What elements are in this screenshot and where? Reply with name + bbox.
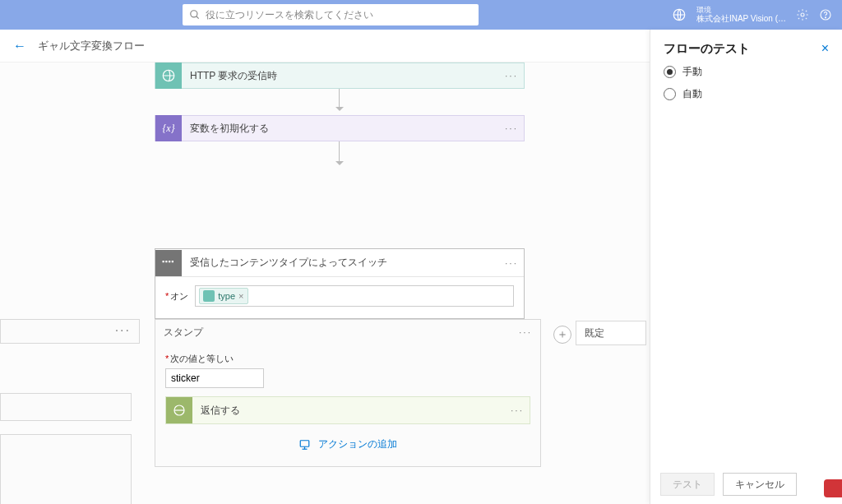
- card-http-title: HTTP 要求の受信時: [182, 69, 499, 83]
- card-http-menu[interactable]: ···: [499, 70, 524, 81]
- feedback-widget[interactable]: [824, 479, 842, 497]
- radio-auto[interactable]: 自動: [664, 87, 829, 101]
- case-left-partial-body[interactable]: [0, 434, 132, 504]
- environment-text[interactable]: 環境 株式会社INAP Vision (…: [696, 7, 786, 24]
- search-placeholder: 役に立つリソースを検索してください: [206, 8, 373, 22]
- svg-rect-8: [165, 261, 167, 262]
- add-action-icon: [298, 439, 313, 451]
- test-panel-footer: テスト キャンセル: [650, 465, 842, 504]
- header-right: 環境 株式会社INAP Vision (…: [672, 7, 832, 24]
- case-default-label: 既定: [585, 326, 604, 340]
- radio-manual-label: 手動: [682, 65, 702, 79]
- svg-point-0: [191, 11, 197, 17]
- case-stamp-header: スタンプ ···: [155, 320, 540, 344]
- card-init-variable[interactable]: {x} 変数を初期化する ···: [155, 115, 525, 141]
- case-left-partial-action[interactable]: [0, 393, 132, 421]
- token-source-icon: [203, 290, 215, 302]
- env-name: 株式会社INAP Vision (…: [696, 14, 786, 23]
- flow-title: ギャル文字変換フロー: [38, 39, 145, 53]
- top-header: 役に立つリソースを検索してください 環境 株式会社INAP Vision (…: [0, 0, 842, 30]
- action-reply-menu[interactable]: ···: [505, 405, 530, 416]
- token-type[interactable]: type ×: [199, 288, 248, 304]
- svg-rect-7: [163, 261, 164, 262]
- flow-canvas: HTTP 要求の受信時 ··· {x} 変数を初期化する ··· 受信したコンテ…: [0, 62, 650, 504]
- svg-rect-9: [169, 261, 170, 262]
- search-wrap: 役に立つリソースを検索してください: [183, 4, 479, 25]
- back-arrow-icon[interactable]: ←: [13, 39, 26, 53]
- case-stamp-menu[interactable]: ···: [519, 326, 532, 338]
- svg-rect-12: [300, 440, 309, 446]
- case-left-menu[interactable]: ···: [1, 320, 139, 341]
- action-reply-title: 返信する: [192, 404, 505, 418]
- case-default[interactable]: 既定: [576, 321, 646, 345]
- search-input[interactable]: 役に立つリソースを検索してください: [183, 4, 479, 25]
- environment-icon: [672, 7, 687, 22]
- card-var-menu[interactable]: ···: [499, 123, 524, 134]
- svg-point-5: [825, 17, 826, 18]
- switch-icon: [155, 250, 182, 276]
- test-button: テスト: [660, 473, 715, 496]
- close-icon[interactable]: ×: [821, 41, 829, 56]
- search-icon: [189, 9, 201, 21]
- cancel-button[interactable]: キャンセル: [723, 473, 797, 496]
- radio-auto-input[interactable]: [664, 88, 676, 100]
- gear-icon[interactable]: [796, 8, 809, 21]
- radio-manual-input[interactable]: [664, 66, 676, 78]
- svg-line-1: [197, 16, 199, 19]
- card-switch[interactable]: 受信したコンテンツタイプによってスイッチ ··· *オン type ×: [155, 248, 525, 319]
- add-action-button[interactable]: アクションの追加: [165, 424, 530, 455]
- switch-menu[interactable]: ···: [499, 257, 524, 269]
- switch-body: *オン type ×: [155, 277, 524, 318]
- card-http-trigger[interactable]: HTTP 要求の受信時 ···: [155, 62, 525, 89]
- test-flow-panel: フローのテスト × 手動 自動 テスト キャンセル: [650, 30, 842, 504]
- reply-icon: [166, 397, 192, 423]
- case-left-partial-header[interactable]: ···: [0, 319, 140, 344]
- http-icon: [155, 62, 182, 89]
- case-stamp-body: *次の値と等しい 返信する ··· アクションの追加: [155, 344, 540, 466]
- action-reply[interactable]: 返信する ···: [165, 396, 530, 424]
- svg-point-3: [801, 13, 804, 16]
- add-case-button[interactable]: ＋: [553, 326, 571, 344]
- token-remove-icon[interactable]: ×: [238, 291, 243, 301]
- case-stamp-title: スタンプ: [164, 326, 203, 340]
- test-panel-title: フローのテスト: [664, 41, 750, 57]
- env-label: 環境: [696, 7, 786, 15]
- radio-manual[interactable]: 手動: [664, 65, 829, 79]
- test-panel-body: 手動 自動: [650, 65, 842, 109]
- switch-header: 受信したコンテンツタイプによってスイッチ ···: [155, 249, 524, 277]
- add-action-label: アクションの追加: [318, 437, 397, 451]
- test-panel-header: フローのテスト ×: [650, 30, 842, 65]
- case-stamp[interactable]: スタンプ ··· *次の値と等しい 返信する ··· アクションの追加: [155, 319, 541, 467]
- switch-on-label: *オン: [165, 290, 188, 303]
- case-equals-label: *次の値と等しい: [165, 353, 530, 365]
- case-equals-input[interactable]: [165, 368, 264, 388]
- switch-on-input[interactable]: type ×: [195, 285, 514, 307]
- radio-auto-label: 自動: [682, 87, 702, 101]
- connector-arrow: [339, 141, 340, 169]
- help-icon[interactable]: [819, 8, 832, 21]
- variable-icon: {x}: [155, 115, 182, 141]
- token-text: type: [218, 291, 235, 301]
- card-var-title: 変数を初期化する: [182, 122, 499, 136]
- connector-arrow: [339, 89, 340, 115]
- svg-rect-10: [172, 261, 173, 262]
- switch-title: 受信したコンテンツタイプによってスイッチ: [182, 256, 499, 270]
